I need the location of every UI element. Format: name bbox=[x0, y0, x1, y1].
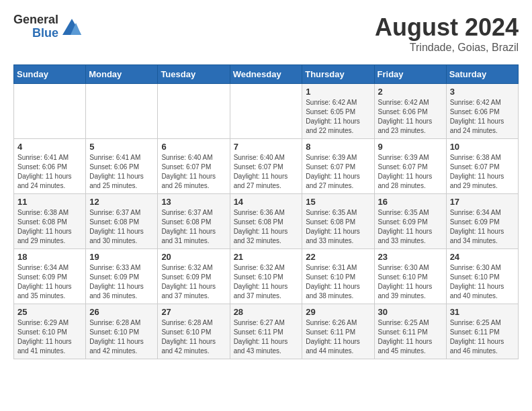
day-number: 29 bbox=[306, 307, 370, 317]
logo-icon bbox=[61, 17, 83, 36]
calendar-cell: 5Sunrise: 6:41 AM Sunset: 6:06 PM Daylig… bbox=[86, 139, 158, 194]
calendar-cell: 30Sunrise: 6:25 AM Sunset: 6:11 PM Dayli… bbox=[374, 304, 446, 359]
logo-general: General bbox=[13, 13, 58, 27]
location-title: Trindade, Goias, Brazil bbox=[375, 42, 519, 54]
calendar-cell: 7Sunrise: 6:40 AM Sunset: 6:07 PM Daylig… bbox=[230, 139, 302, 194]
calendar-cell: 24Sunrise: 6:30 AM Sunset: 6:10 PM Dayli… bbox=[446, 249, 518, 304]
day-info: Sunrise: 6:35 AM Sunset: 6:08 PM Dayligh… bbox=[306, 208, 370, 246]
day-info: Sunrise: 6:31 AM Sunset: 6:10 PM Dayligh… bbox=[306, 263, 370, 301]
day-number: 9 bbox=[378, 142, 443, 152]
day-info: Sunrise: 6:38 AM Sunset: 6:08 PM Dayligh… bbox=[17, 208, 82, 246]
day-number: 24 bbox=[450, 252, 515, 262]
day-number: 28 bbox=[234, 307, 299, 317]
day-number: 23 bbox=[378, 252, 443, 262]
day-info: Sunrise: 6:25 AM Sunset: 6:11 PM Dayligh… bbox=[450, 318, 515, 356]
day-info: Sunrise: 6:34 AM Sunset: 6:09 PM Dayligh… bbox=[17, 263, 82, 301]
calendar-cell: 9Sunrise: 6:39 AM Sunset: 6:07 PM Daylig… bbox=[374, 139, 446, 194]
calendar-cell: 21Sunrise: 6:32 AM Sunset: 6:10 PM Dayli… bbox=[230, 249, 302, 304]
day-number: 14 bbox=[234, 197, 299, 207]
calendar-cell: 15Sunrise: 6:35 AM Sunset: 6:08 PM Dayli… bbox=[302, 194, 374, 249]
calendar-cell: 6Sunrise: 6:40 AM Sunset: 6:07 PM Daylig… bbox=[158, 139, 230, 194]
day-info: Sunrise: 6:28 AM Sunset: 6:10 PM Dayligh… bbox=[161, 318, 226, 356]
calendar-cell: 19Sunrise: 6:33 AM Sunset: 6:09 PM Dayli… bbox=[86, 249, 158, 304]
calendar-cell: 26Sunrise: 6:28 AM Sunset: 6:10 PM Dayli… bbox=[86, 304, 158, 359]
calendar-header-wednesday: Wednesday bbox=[230, 65, 302, 84]
calendar-header-sunday: Sunday bbox=[14, 65, 86, 84]
calendar-cell bbox=[230, 84, 302, 139]
day-number: 17 bbox=[450, 197, 515, 207]
day-number: 27 bbox=[161, 307, 226, 317]
logo: General Blue bbox=[13, 13, 83, 40]
calendar-cell: 23Sunrise: 6:30 AM Sunset: 6:10 PM Dayli… bbox=[374, 249, 446, 304]
calendar-cell: 4Sunrise: 6:41 AM Sunset: 6:06 PM Daylig… bbox=[14, 139, 86, 194]
day-number: 8 bbox=[306, 142, 370, 152]
day-info: Sunrise: 6:41 AM Sunset: 6:06 PM Dayligh… bbox=[17, 153, 82, 191]
day-info: Sunrise: 6:42 AM Sunset: 6:06 PM Dayligh… bbox=[378, 98, 443, 136]
calendar-header-row: SundayMondayTuesdayWednesdayThursdayFrid… bbox=[14, 65, 519, 84]
calendar-cell: 25Sunrise: 6:29 AM Sunset: 6:10 PM Dayli… bbox=[14, 304, 86, 359]
day-number: 6 bbox=[161, 142, 226, 152]
day-number: 4 bbox=[17, 142, 82, 152]
day-number: 5 bbox=[89, 142, 154, 152]
calendar-cell: 17Sunrise: 6:34 AM Sunset: 6:09 PM Dayli… bbox=[446, 194, 518, 249]
day-number: 26 bbox=[89, 307, 154, 317]
header: General Blue August 2024 Trindade, Goias… bbox=[13, 13, 519, 54]
calendar-week-row: 11Sunrise: 6:38 AM Sunset: 6:08 PM Dayli… bbox=[14, 194, 519, 249]
calendar-cell: 12Sunrise: 6:37 AM Sunset: 6:08 PM Dayli… bbox=[86, 194, 158, 249]
day-info: Sunrise: 6:42 AM Sunset: 6:06 PM Dayligh… bbox=[450, 98, 515, 136]
day-number: 2 bbox=[378, 87, 443, 97]
calendar-week-row: 4Sunrise: 6:41 AM Sunset: 6:06 PM Daylig… bbox=[14, 139, 519, 194]
day-info: Sunrise: 6:41 AM Sunset: 6:06 PM Dayligh… bbox=[89, 153, 154, 191]
day-info: Sunrise: 6:37 AM Sunset: 6:08 PM Dayligh… bbox=[161, 208, 226, 246]
day-number: 18 bbox=[17, 252, 82, 262]
calendar-cell: 11Sunrise: 6:38 AM Sunset: 6:08 PM Dayli… bbox=[14, 194, 86, 249]
day-number: 7 bbox=[234, 142, 299, 152]
day-number: 11 bbox=[17, 197, 82, 207]
calendar-cell: 18Sunrise: 6:34 AM Sunset: 6:09 PM Dayli… bbox=[14, 249, 86, 304]
day-number: 20 bbox=[161, 252, 226, 262]
calendar-cell bbox=[14, 84, 86, 139]
calendar-header-friday: Friday bbox=[374, 65, 446, 84]
calendar-table: SundayMondayTuesdayWednesdayThursdayFrid… bbox=[13, 64, 519, 359]
calendar-cell: 10Sunrise: 6:38 AM Sunset: 6:07 PM Dayli… bbox=[446, 139, 518, 194]
calendar-cell: 16Sunrise: 6:35 AM Sunset: 6:09 PM Dayli… bbox=[374, 194, 446, 249]
calendar-cell: 8Sunrise: 6:39 AM Sunset: 6:07 PM Daylig… bbox=[302, 139, 374, 194]
calendar-week-row: 18Sunrise: 6:34 AM Sunset: 6:09 PM Dayli… bbox=[14, 249, 519, 304]
calendar-cell: 22Sunrise: 6:31 AM Sunset: 6:10 PM Dayli… bbox=[302, 249, 374, 304]
day-info: Sunrise: 6:30 AM Sunset: 6:10 PM Dayligh… bbox=[378, 263, 443, 301]
calendar-cell: 3Sunrise: 6:42 AM Sunset: 6:06 PM Daylig… bbox=[446, 84, 518, 139]
calendar-cell: 31Sunrise: 6:25 AM Sunset: 6:11 PM Dayli… bbox=[446, 304, 518, 359]
day-number: 3 bbox=[450, 87, 515, 97]
calendar-cell: 14Sunrise: 6:36 AM Sunset: 6:08 PM Dayli… bbox=[230, 194, 302, 249]
day-info: Sunrise: 6:34 AM Sunset: 6:09 PM Dayligh… bbox=[450, 208, 515, 246]
calendar-body: 1Sunrise: 6:42 AM Sunset: 6:05 PM Daylig… bbox=[14, 84, 519, 359]
day-number: 1 bbox=[306, 87, 370, 97]
day-number: 16 bbox=[378, 197, 443, 207]
calendar-week-row: 1Sunrise: 6:42 AM Sunset: 6:05 PM Daylig… bbox=[14, 84, 519, 139]
day-number: 25 bbox=[17, 307, 82, 317]
calendar-cell: 2Sunrise: 6:42 AM Sunset: 6:06 PM Daylig… bbox=[374, 84, 446, 139]
day-info: Sunrise: 6:35 AM Sunset: 6:09 PM Dayligh… bbox=[378, 208, 443, 246]
day-info: Sunrise: 6:29 AM Sunset: 6:10 PM Dayligh… bbox=[17, 318, 82, 356]
day-number: 12 bbox=[89, 197, 154, 207]
month-title: August 2024 bbox=[375, 13, 519, 42]
calendar-cell: 29Sunrise: 6:26 AM Sunset: 6:11 PM Dayli… bbox=[302, 304, 374, 359]
day-number: 15 bbox=[306, 197, 370, 207]
day-number: 21 bbox=[234, 252, 299, 262]
day-info: Sunrise: 6:37 AM Sunset: 6:08 PM Dayligh… bbox=[89, 208, 154, 246]
calendar-cell: 28Sunrise: 6:27 AM Sunset: 6:11 PM Dayli… bbox=[230, 304, 302, 359]
day-number: 13 bbox=[161, 197, 226, 207]
day-number: 22 bbox=[306, 252, 370, 262]
day-info: Sunrise: 6:30 AM Sunset: 6:10 PM Dayligh… bbox=[450, 263, 515, 301]
day-info: Sunrise: 6:42 AM Sunset: 6:05 PM Dayligh… bbox=[306, 98, 370, 136]
title-area: August 2024 Trindade, Goias, Brazil bbox=[375, 13, 519, 54]
logo-blue: Blue bbox=[32, 27, 58, 40]
calendar-cell bbox=[158, 84, 230, 139]
day-info: Sunrise: 6:25 AM Sunset: 6:11 PM Dayligh… bbox=[378, 318, 443, 356]
calendar-header-saturday: Saturday bbox=[446, 65, 518, 84]
day-info: Sunrise: 6:32 AM Sunset: 6:10 PM Dayligh… bbox=[234, 263, 299, 301]
day-info: Sunrise: 6:27 AM Sunset: 6:11 PM Dayligh… bbox=[234, 318, 299, 356]
day-info: Sunrise: 6:38 AM Sunset: 6:07 PM Dayligh… bbox=[450, 153, 515, 191]
calendar-header-monday: Monday bbox=[86, 65, 158, 84]
calendar-cell: 20Sunrise: 6:32 AM Sunset: 6:09 PM Dayli… bbox=[158, 249, 230, 304]
